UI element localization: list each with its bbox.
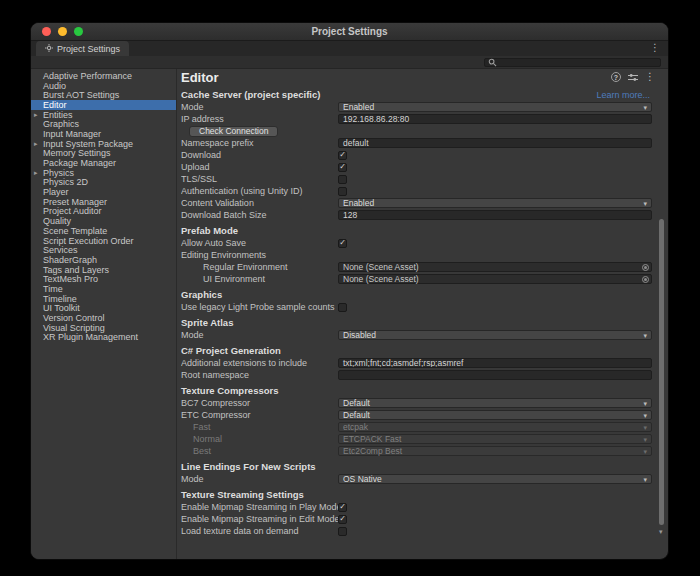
sidebar-item-input-manager[interactable]: Input Manager	[31, 129, 176, 139]
sidebar-item-version-control[interactable]: Version Control	[31, 313, 176, 323]
field-label: Download Batch Size	[181, 210, 338, 220]
sidebar-item-ui-toolkit[interactable]: UI Toolkit	[31, 304, 176, 314]
root-namespace-field[interactable]	[338, 370, 652, 380]
titlebar[interactable]: Project Settings	[31, 23, 668, 41]
sidebar-item-scene-template[interactable]: Scene Template	[31, 226, 176, 236]
scrollbar-thumb[interactable]	[659, 219, 664, 525]
ui-environment-object-field[interactable]: None (Scene Asset)	[338, 274, 652, 284]
field-label: Mode	[181, 474, 338, 484]
sidebar-item-entities[interactable]: ▸Entities	[31, 110, 176, 120]
mode-dropdown[interactable]: Disabled▾	[338, 330, 652, 340]
tab-label: Project Settings	[57, 44, 120, 54]
close-button[interactable]	[42, 27, 51, 36]
sidebar-item-package-manager[interactable]: Package Manager	[31, 158, 176, 168]
sidebar-item-time[interactable]: Time	[31, 284, 176, 294]
sidebar-item-label: Adaptive Performance	[43, 71, 132, 81]
content-validation-dropdown[interactable]: Enabled▾	[338, 198, 652, 208]
sidebar-item-input-system-package[interactable]: ▸Input System Package	[31, 139, 176, 149]
section-title: Prefab Mode	[181, 225, 650, 236]
field-label: Use legacy Light Probe sample counts	[181, 302, 338, 312]
sidebar-item-label: UI Toolkit	[43, 303, 80, 313]
row-etc-compressor: ETC CompressorDefault▾	[181, 409, 668, 421]
sidebar-item-quality[interactable]: Quality	[31, 216, 176, 226]
regular-environment-object-field[interactable]: None (Scene Asset)	[338, 262, 652, 272]
sidebar-item-graphics[interactable]: Graphics	[31, 119, 176, 129]
field-control: Default▾	[338, 410, 652, 420]
foldout-arrow-icon[interactable]: ▸	[34, 169, 38, 176]
sidebar-item-tags-and-layers[interactable]: Tags and Layers	[31, 265, 176, 275]
help-icon[interactable]: ?	[611, 72, 621, 82]
sidebar-item-visual-scripting[interactable]: Visual Scripting	[31, 323, 176, 333]
section-title: Texture Compressors	[181, 385, 650, 396]
tls-ssl-checkbox[interactable]	[338, 175, 347, 184]
tab-menu-kebab-icon[interactable]: ⋮	[650, 43, 660, 53]
scroll-down-icon[interactable]: ▾	[659, 528, 663, 535]
sidebar-item-label: Visual Scripting	[43, 323, 105, 333]
enable-mipmap-streaming-in-play-mode-checkbox[interactable]: ✓	[338, 503, 347, 512]
row-best: BestEtc2Comp Best▾	[181, 445, 668, 457]
ip-address-field[interactable]: 192.168.86.28:80	[338, 114, 652, 124]
section-c-project-generation: C# Project GenerationAdditional extensio…	[181, 344, 668, 381]
sidebar-item-physics[interactable]: ▸Physics	[31, 168, 176, 178]
mode-dropdown[interactable]: Enabled▾	[338, 102, 652, 112]
use-legacy-light-probe-sample-counts-checkbox[interactable]	[338, 303, 347, 312]
additional-extensions-to-include-field[interactable]: txt;xml;fnt;cd;asmdef;rsp;asmref	[338, 358, 652, 368]
zoom-button[interactable]	[74, 27, 83, 36]
field-control: default	[338, 138, 652, 148]
sidebar-item-script-execution-order[interactable]: Script Execution Order	[31, 236, 176, 246]
object-picker-icon[interactable]	[642, 264, 649, 271]
sidebar-item-timeline[interactable]: Timeline	[31, 294, 176, 304]
row-download-batch-size: Download Batch Size128	[181, 209, 668, 221]
sidebar-item-label: Timeline	[43, 294, 77, 304]
enable-mipmap-streaming-in-edit-mode-checkbox[interactable]: ✓	[338, 515, 347, 524]
allow-auto-save-checkbox[interactable]: ✓	[338, 239, 347, 248]
sidebar-item-preset-manager[interactable]: Preset Manager	[31, 197, 176, 207]
minimize-button[interactable]	[58, 27, 67, 36]
window-title: Project Settings	[31, 26, 668, 37]
sidebar-item-player[interactable]: Player	[31, 187, 176, 197]
sidebar-item-burst-aot-settings[interactable]: Burst AOT Settings	[31, 90, 176, 100]
authentication-using-unity-id-checkbox[interactable]	[338, 187, 347, 196]
sidebar-item-project-auditor[interactable]: Project Auditor	[31, 207, 176, 217]
section-title: C# Project Generation	[181, 345, 650, 356]
section-header: Texture Streaming Settings	[181, 488, 668, 501]
field-label: UI Environment	[181, 274, 338, 284]
foldout-arrow-icon[interactable]: ▸	[34, 111, 38, 118]
field-label: TLS/SSL	[181, 174, 338, 184]
download-checkbox[interactable]: ✓	[338, 151, 347, 160]
sidebar-item-textmesh-pro[interactable]: TextMesh Pro	[31, 274, 176, 284]
load-texture-data-on-demand-checkbox[interactable]	[338, 527, 347, 536]
check-connection-button[interactable]: Check Connection	[189, 126, 278, 137]
bc7-compressor-dropdown[interactable]: Default▾	[338, 398, 652, 408]
sidebar-item-audio[interactable]: Audio	[31, 81, 176, 91]
sidebar-item-adaptive-performance[interactable]: Adaptive Performance	[31, 71, 176, 81]
learn-more-link[interactable]: Learn more...	[596, 90, 650, 100]
sidebar-item-label: Time	[43, 284, 63, 294]
scrollbar[interactable]: ▾	[658, 69, 666, 560]
sidebar-item-memory-settings[interactable]: Memory Settings	[31, 149, 176, 159]
upload-checkbox[interactable]: ✓	[338, 163, 347, 172]
row-authentication-using-unity-id: Authentication (using Unity ID)	[181, 185, 668, 197]
sidebar-item-editor[interactable]: Editor	[31, 100, 176, 110]
row-allow-auto-save: Allow Auto Save✓	[181, 237, 668, 249]
kebab-menu-icon[interactable]: ⋮	[645, 72, 655, 82]
normal-dropdown: ETCPACK Fast▾	[338, 434, 652, 444]
mode-dropdown[interactable]: OS Native▾	[338, 474, 652, 484]
sidebar-item-physics-2d[interactable]: Physics 2D	[31, 178, 176, 188]
etc-compressor-dropdown[interactable]: Default▾	[338, 410, 652, 420]
dropdown-value: OS Native	[343, 474, 643, 484]
tab-project-settings[interactable]: Project Settings	[36, 41, 129, 56]
search-input[interactable]	[484, 58, 661, 67]
sidebar-item-xr-plugin-management[interactable]: XR Plugin Management	[31, 333, 176, 343]
sidebar-item-label: Entities	[43, 110, 73, 120]
sidebar-item-shadergraph[interactable]: ShaderGraph	[31, 255, 176, 265]
sidebar-item-services[interactable]: Services	[31, 245, 176, 255]
field-label: Additional extensions to include	[181, 358, 338, 368]
download-batch-size-field[interactable]: 128	[338, 210, 652, 220]
preset-icon[interactable]	[628, 69, 638, 86]
namespace-prefix-field[interactable]: default	[338, 138, 652, 148]
foldout-arrow-icon[interactable]: ▸	[34, 140, 38, 147]
field-label: IP address	[181, 114, 338, 124]
object-picker-icon[interactable]	[642, 276, 649, 283]
row-bc7-compressor: BC7 CompressorDefault▾	[181, 397, 668, 409]
